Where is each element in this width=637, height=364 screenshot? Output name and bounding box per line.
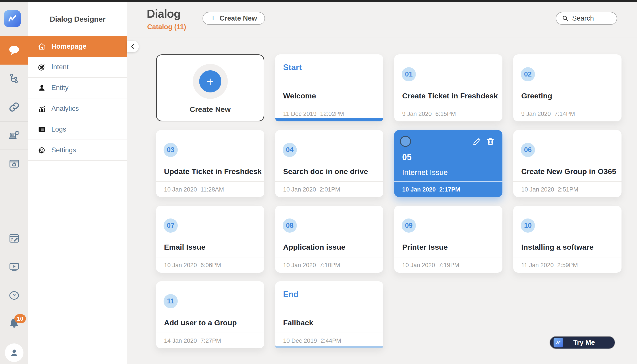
sidebar-item-label: Intent <box>51 63 69 71</box>
card-time: 2:17PM <box>439 186 460 193</box>
search-label: Search <box>572 14 594 22</box>
try-me-logo <box>553 338 563 348</box>
dialog-card[interactable]: 08 Application issue 10 Jan 2020 7:10PM <box>275 206 383 273</box>
card-divider <box>394 181 502 182</box>
create-new-card[interactable]: + Create New <box>156 54 264 122</box>
dialog-card[interactable]: 06 Create New Group in O365 10 Jan 2020 … <box>513 130 621 197</box>
card-title: Application issue <box>283 243 346 252</box>
plus-icon[interactable]: + <box>199 70 221 92</box>
sidebar-menu: HomepageIntentEntityAnalyticsLogsSetting… <box>28 36 127 161</box>
sidebar-item-homepage[interactable]: Homepage <box>28 36 127 57</box>
card-date: 11 Dec 2019 <box>283 110 316 118</box>
sidebar-item-intent[interactable]: Intent <box>28 57 127 78</box>
card-date: 10 Jan 2020 <box>283 186 316 193</box>
dialog-card[interactable]: 10 Installing a software 11 Jan 2020 2:5… <box>513 206 621 273</box>
dialog-card[interactable]: 07 Email Issue 10 Jan 2020 6:06PM <box>156 206 264 273</box>
rail-item-workspace[interactable] <box>0 152 28 175</box>
dialog-card-end[interactable]: End Fallback 10 Dec 2019 2:44PM <box>275 281 383 348</box>
bell-icon: 10 <box>8 317 20 329</box>
rail-divider <box>0 150 28 150</box>
sidebar-item-entity[interactable]: Entity <box>28 78 127 98</box>
card-divider <box>513 257 621 258</box>
rail-item-dialog-active[interactable] <box>0 36 28 64</box>
create-new-card-label: Create New <box>157 105 264 114</box>
card-date: 10 Jan 2020 <box>521 186 554 193</box>
select-radio[interactable] <box>400 136 411 147</box>
card-time: 6:15PM <box>435 110 456 118</box>
card-date: 10 Jan 2020 <box>164 186 197 193</box>
rail-item-flow-tree[interactable] <box>0 68 28 90</box>
rail-item-video-tutorial[interactable] <box>0 256 28 278</box>
sidebar-item-label: Analytics <box>51 104 79 112</box>
main-content: Dialog Catalog (11) + Create New Search … <box>127 2 637 364</box>
help-icon: ? <box>8 290 20 302</box>
card-timestamp: 10 Jan 2020 2:01PM <box>283 186 340 193</box>
dialog-card-start[interactable]: Start Welcome 11 Dec 2019 12:02PM <box>275 54 383 122</box>
dialog-card-selected[interactable]: 05 Internet Issue 10 Jan 2020 2:17PM <box>394 130 502 197</box>
rail-item-laptop-chat[interactable] <box>0 124 28 146</box>
card-number-badge: 11 <box>164 294 178 308</box>
laptop-chat-icon <box>8 129 20 141</box>
user-avatar[interactable] <box>5 344 24 362</box>
card-timestamp: 10 Jan 2020 6:06PM <box>164 262 221 269</box>
app-logo[interactable] <box>4 10 21 27</box>
logs-icon <box>38 125 46 134</box>
card-status-strip <box>275 118 383 122</box>
dialog-card[interactable]: 04 Search doc in one drive 10 Jan 2020 2… <box>275 130 383 197</box>
card-title: Welcome <box>283 92 316 100</box>
card-divider <box>513 106 621 106</box>
svg-text:?: ? <box>13 292 16 298</box>
card-timestamp: 10 Jan 2020 11:28AM <box>164 186 224 193</box>
rail-divider <box>0 93 28 93</box>
card-number-badge: 07 <box>164 218 178 233</box>
dialog-card[interactable]: 02 Greeting 9 Jan 2020 7:14PM <box>513 54 621 122</box>
video-tutorial-icon <box>8 261 20 273</box>
card-date: 10 Dec 2019 <box>283 338 317 344</box>
page-header: Dialog Catalog (11) + Create New Search <box>127 2 637 38</box>
card-title: Update Ticket in Freshdesk <box>164 167 262 176</box>
logo-mark-icon <box>555 339 562 346</box>
dialog-card[interactable]: 09 Printer Issue 10 Jan 2020 7:19PM <box>394 206 502 273</box>
rail-item-form-question[interactable]: ? <box>0 227 28 250</box>
sidebar-collapse-button[interactable] <box>127 41 139 52</box>
dialog-card[interactable]: 03 Update Ticket in Freshdesk 10 Jan 202… <box>156 130 264 197</box>
card-title: Fallback <box>283 318 313 327</box>
card-divider <box>156 181 264 182</box>
rail-item-bell[interactable]: 10 <box>0 312 28 334</box>
card-title: Installing a software <box>521 243 594 252</box>
dialog-card[interactable]: 01 Create Ticket in Freshdesk 9 Jan 2020… <box>394 54 502 122</box>
plus-icon: + <box>210 14 216 22</box>
edit-icon[interactable] <box>472 137 481 146</box>
card-status-strip <box>275 346 383 348</box>
person-icon <box>38 84 46 92</box>
card-timestamp: 10 Jan 2020 7:19PM <box>402 262 459 269</box>
try-me-button[interactable]: Try Me <box>550 336 615 349</box>
sidebar-item-logs[interactable]: Logs <box>28 119 127 140</box>
search-input[interactable]: Search <box>556 12 617 25</box>
card-number-badge: 02 <box>521 67 535 82</box>
delete-icon[interactable] <box>486 137 495 146</box>
link-icon <box>8 101 20 113</box>
card-timestamp: 9 Jan 2020 7:14PM <box>521 110 575 118</box>
sidebar-item-settings[interactable]: Settings <box>28 140 127 161</box>
create-new-button[interactable]: + Create New <box>202 12 265 25</box>
flow-tree-icon <box>8 73 20 85</box>
dialog-grid: + Create NewStart Welcome 11 Dec 2019 12… <box>156 54 621 348</box>
sidebar-item-analytics[interactable]: Analytics <box>28 98 127 119</box>
rail-item-link[interactable] <box>0 96 28 118</box>
rail-divider <box>0 64 28 65</box>
plus-halo: + <box>193 64 228 99</box>
card-divider <box>394 257 502 258</box>
rail-item-help[interactable]: ? <box>0 284 28 306</box>
card-timestamp: 11 Jan 2020 2:59PM <box>521 262 578 269</box>
card-divider <box>156 332 264 333</box>
dialog-card[interactable]: 11 Add user to a Group 14 Jan 2020 7:27P… <box>156 281 264 348</box>
card-timestamp: 9 Jan 2020 6:15PM <box>402 110 456 118</box>
page-title: Dialog <box>147 7 181 20</box>
card-title: Greeting <box>521 92 552 100</box>
card-date: 10 Jan 2020 <box>164 262 197 269</box>
sidebar-item-label: Settings <box>51 146 76 154</box>
card-title: Create Ticket in Freshdesk <box>402 92 498 100</box>
card-time: 2:01PM <box>320 186 340 193</box>
card-divider <box>156 257 264 258</box>
